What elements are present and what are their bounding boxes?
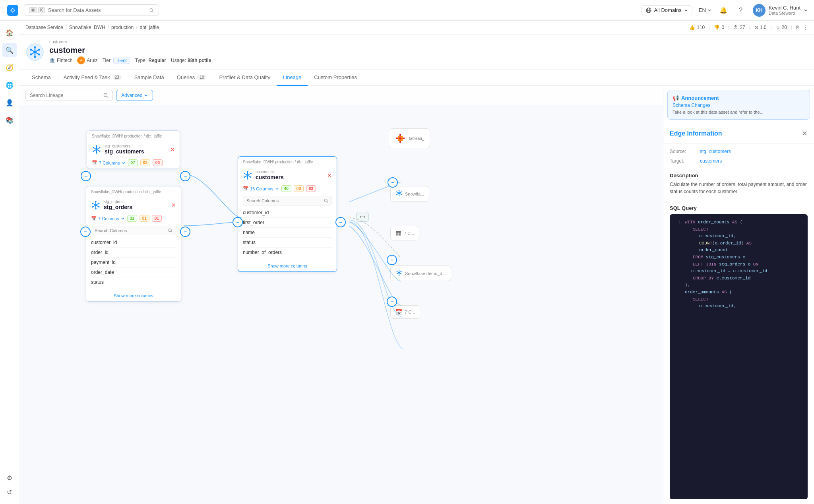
views-count: 27 bbox=[740, 25, 745, 30]
owner-avatar: A bbox=[77, 56, 85, 64]
node-customers: Snowflake_DWH/ production / dbt_jaffle bbox=[238, 156, 337, 272]
expand-circle-left-stg-orders[interactable]: − bbox=[80, 227, 91, 237]
expand-circle-left-stg-customers[interactable]: − bbox=[81, 171, 91, 181]
svg-point-64 bbox=[401, 194, 401, 195]
tab-profiler[interactable]: Profiler & Data Quality bbox=[213, 70, 277, 86]
breadcrumb-snowflake[interactable]: Snowflake_DWH bbox=[69, 25, 105, 30]
page-header: customer customer 🏦 Fintech A Aruiz Tier… bbox=[19, 35, 814, 70]
sql-line-1: 1 WITH order_counts AS ( bbox=[674, 219, 803, 226]
dislike-action[interactable]: 👎 0 bbox=[714, 25, 724, 30]
node-customers-title: customers bbox=[256, 174, 284, 180]
description-section: Description Calculate the number of orde… bbox=[663, 173, 814, 200]
content-area: Advanced bbox=[19, 86, 814, 504]
close-panel-btn[interactable]: ✕ bbox=[802, 129, 808, 138]
sql-title: SQL Query bbox=[670, 205, 808, 211]
sidebar-item-layers[interactable]: 📚 bbox=[2, 113, 17, 127]
announcement-text: Take a look at this data asset and refer… bbox=[673, 110, 805, 114]
sidebar-item-user[interactable]: 👤 bbox=[2, 95, 17, 110]
expand-circle-right-stg-orders[interactable]: − bbox=[180, 227, 190, 237]
svg-point-26 bbox=[93, 150, 94, 152]
customers-columns-toggle[interactable]: 📅 15 Columns bbox=[243, 186, 279, 191]
share-action[interactable]: ⎘ bbox=[796, 25, 799, 30]
entity-icon bbox=[25, 43, 45, 62]
sidebar-item-globe[interactable]: 🌐 bbox=[2, 78, 17, 92]
col-status-orders[interactable]: status bbox=[91, 277, 176, 287]
expand-circle-right-tableau[interactable]: − bbox=[388, 177, 398, 188]
lineage-search-input[interactable] bbox=[30, 93, 101, 98]
tab-sample[interactable]: Sample Data bbox=[128, 70, 171, 86]
source-value[interactable]: stg_customers bbox=[700, 149, 731, 154]
tab-schema[interactable]: Schema bbox=[25, 70, 57, 86]
stg-orders-search-input[interactable] bbox=[95, 228, 166, 233]
col-order-id[interactable]: order_id bbox=[91, 248, 176, 258]
svg-point-32 bbox=[95, 208, 97, 209]
stg-orders-search[interactable] bbox=[91, 226, 176, 235]
expand-circle-right-stg-customers[interactable]: − bbox=[180, 171, 190, 181]
clock-icon: ⏱ bbox=[733, 25, 738, 30]
stg-orders-columns-toggle[interactable]: 📅 7 Columns bbox=[91, 216, 125, 221]
domain-tag[interactable]: 🏦 Fintech bbox=[49, 58, 72, 63]
tab-custom[interactable]: Custom Properties bbox=[308, 70, 363, 86]
global-search-input[interactable] bbox=[48, 7, 146, 13]
global-search-bar[interactable]: ⌘ K bbox=[24, 4, 159, 16]
col-status-cust[interactable]: status bbox=[243, 238, 332, 248]
tab-lineage[interactable]: Lineage bbox=[277, 70, 308, 86]
breadcrumb-db-service[interactable]: Database Service bbox=[25, 25, 63, 30]
edge-pill[interactable]: ⟷ bbox=[356, 212, 369, 222]
show-more-stg-orders[interactable]: Show more columns bbox=[86, 290, 181, 301]
help-btn[interactable]: ? bbox=[735, 5, 746, 16]
svg-point-69 bbox=[399, 275, 399, 275]
node-stg-orders-close[interactable]: ✕ bbox=[171, 202, 176, 208]
expand-circle-right-customers[interactable]: − bbox=[335, 217, 346, 227]
svg-rect-54 bbox=[398, 136, 403, 137]
advanced-button[interactable]: Advanced bbox=[116, 90, 153, 101]
announcement-link[interactable]: Schema Changes bbox=[673, 103, 805, 108]
sidebar-item-search[interactable]: 🔍 bbox=[2, 43, 17, 57]
tab-queries[interactable]: Queries 10 bbox=[171, 70, 213, 86]
domain-selector[interactable]: All Domains bbox=[642, 5, 692, 15]
lang-selector[interactable]: EN bbox=[699, 7, 711, 13]
col-payment-id[interactable]: payment_id bbox=[91, 258, 176, 268]
announcement-title: 📢 Announcement bbox=[673, 95, 805, 101]
expand-circle-right-r1[interactable]: − bbox=[387, 255, 397, 265]
sidebar-item-explore[interactable]: 🧭 bbox=[2, 60, 17, 75]
like-action[interactable]: 👍 110 bbox=[689, 25, 705, 30]
sql-line-3: c.customer_id, bbox=[674, 233, 803, 240]
stg-customers-columns-toggle[interactable]: 📅 7 Columns bbox=[92, 160, 126, 165]
more-action[interactable]: ⋮ bbox=[803, 25, 808, 30]
tab-activity[interactable]: Activity Feed & Task 23 bbox=[57, 70, 128, 86]
lineage-canvas[interactable]: Advanced bbox=[19, 86, 663, 504]
app-logo[interactable] bbox=[6, 4, 19, 17]
breadcrumb-dbt-jaffle[interactable]: dbt_jaffle bbox=[140, 25, 159, 30]
sidebar-item-settings[interactable]: ⚙ bbox=[2, 471, 17, 485]
owner-tag[interactable]: A Aruiz bbox=[77, 56, 97, 64]
sidebar-item-refresh[interactable]: ↺ bbox=[2, 485, 17, 499]
node-stg-orders-subtitle: stg_orders bbox=[104, 200, 132, 204]
activity-count: 23 bbox=[112, 75, 122, 80]
notifications-btn[interactable]: 🔔 bbox=[718, 5, 729, 16]
expand-circle-right-r2[interactable]: − bbox=[387, 297, 397, 307]
target-value[interactable]: customers bbox=[700, 158, 722, 164]
node-right-3: Snowflake demo_d... bbox=[390, 266, 451, 281]
col-number-of-orders[interactable]: number_of_orders bbox=[243, 248, 332, 257]
breadcrumb-production[interactable]: production bbox=[111, 25, 134, 30]
node-customers-close[interactable]: ✕ bbox=[327, 172, 332, 178]
sidebar-item-home[interactable]: 🏠 bbox=[2, 25, 17, 40]
lineage-search-bar[interactable] bbox=[25, 90, 113, 101]
col-customer-id-cust[interactable]: customer_id bbox=[243, 208, 332, 218]
customers-search-input[interactable] bbox=[246, 198, 322, 203]
show-more-customers[interactable]: Show more columns bbox=[238, 260, 337, 271]
col-first-order[interactable]: first_order bbox=[243, 218, 332, 228]
sql-code[interactable]: 1 WITH order_counts AS ( SELECT c.custom… bbox=[670, 214, 808, 499]
expand-circle-left-customers[interactable]: − bbox=[233, 217, 243, 227]
customers-search[interactable] bbox=[243, 196, 332, 205]
col-order-date[interactable]: order_date bbox=[91, 268, 176, 277]
version-count: 1.0 bbox=[760, 25, 767, 30]
svg-point-11 bbox=[34, 46, 36, 48]
col-customer-id-orders[interactable]: customer_id bbox=[91, 238, 176, 248]
col-name[interactable]: name bbox=[243, 228, 332, 238]
node-stg-customers-close[interactable]: ✕ bbox=[170, 146, 175, 153]
user-info[interactable]: KH Kevin C. Hunt Data Steward bbox=[753, 4, 808, 17]
stars-action[interactable]: ☆ 20 bbox=[776, 25, 787, 30]
owner-tag-value: Aruiz bbox=[87, 58, 97, 63]
